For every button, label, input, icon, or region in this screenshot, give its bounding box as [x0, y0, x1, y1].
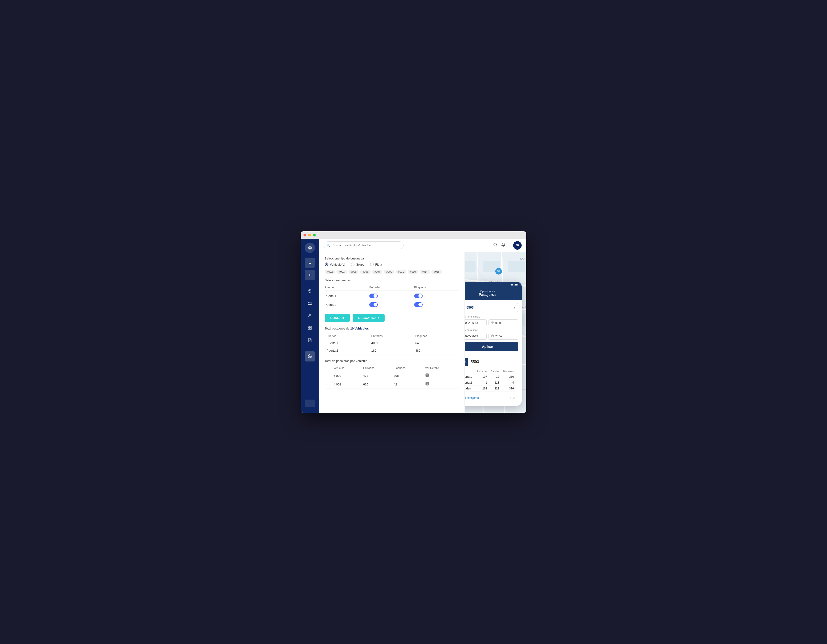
tag-002[interactable]: #002: [325, 270, 335, 274]
radio-grupo[interactable]: Grupo: [351, 262, 364, 266]
total-pasajeros-label[interactable]: Total pasajeros: [465, 396, 479, 399]
vcol-entradas: Entradas: [361, 365, 392, 371]
search-input[interactable]: [324, 242, 404, 249]
radio-flota-circle: [370, 262, 374, 266]
card-col-name: [465, 369, 474, 374]
tag-011[interactable]: #011: [396, 270, 406, 274]
mobile-header-sub: Operaciones: [480, 290, 495, 293]
tag-010[interactable]: #010: [407, 270, 418, 274]
toggle-door1-entradas[interactable]: [369, 293, 378, 298]
card-col-salidas: Salidas: [488, 369, 501, 374]
aplicar-button[interactable]: Aplicar: [465, 342, 518, 351]
buscar-button[interactable]: BUSCAR: [325, 314, 350, 322]
sidebar-item-f[interactable]: F: [305, 270, 315, 280]
vehicle-table: Vehículo Entradas Bloqueos Ver Detalle ›…: [325, 365, 459, 389]
card-vehicle-name: 5503: [471, 360, 479, 364]
tag-009[interactable]: #009: [384, 270, 394, 274]
svg-rect-0: [308, 303, 312, 305]
titlebar: [301, 231, 526, 239]
toggle-door2-entradas[interactable]: [369, 302, 378, 307]
card-door1-name: Puerta 1: [465, 374, 474, 380]
doors-section-title: Seleccione puertas: [325, 279, 459, 282]
toggle-door1-bloqueos[interactable]: [414, 293, 423, 298]
sidebar-logo[interactable]: ◎: [305, 243, 315, 253]
vehicle-card: 5503 Entradas Salidas Bloqueos: [465, 355, 518, 403]
date-initial-label: Fecha y hora inicial:: [465, 315, 518, 318]
sidebar-item-c[interactable]: C: [305, 257, 315, 268]
radio-flota[interactable]: Flota: [370, 262, 382, 266]
sidebar-item-vehicle[interactable]: [305, 298, 315, 309]
radio-grupo-circle: [351, 262, 354, 266]
sidebar-item-dashboard[interactable]: [305, 323, 315, 333]
minimize-button[interactable]: [308, 234, 311, 237]
tag-006[interactable]: #006: [360, 270, 370, 274]
date-initial-value: 2022-06-13: [465, 321, 478, 324]
expand-row-1[interactable]: ›: [326, 374, 328, 377]
door-row-1: Puerta 1: [325, 292, 459, 300]
radio-group: Vehículo(s) Grupo Flota: [325, 262, 459, 266]
topbar-right: JP: [493, 241, 522, 249]
close-button[interactable]: [303, 234, 306, 237]
svg-rect-55: [515, 284, 517, 285]
search-topbar-icon[interactable]: [493, 243, 498, 248]
tag-001[interactable]: #001: [336, 270, 347, 274]
res-col-entradas: Entradas: [370, 333, 414, 339]
mobile-header-title: Pasajeros: [479, 293, 496, 297]
tag-005[interactable]: #005: [348, 270, 359, 274]
vehicle-count: 10 Vehículos: [350, 327, 369, 330]
table-row: Puerta 1 107 12 366: [465, 374, 515, 380]
vcol-bloqueos: Bloqueos: [392, 365, 423, 371]
radio-vehiculos[interactable]: Vehículo(s): [325, 262, 345, 266]
maximize-button[interactable]: [313, 234, 316, 237]
card-col-entradas: Entradas: [474, 369, 488, 374]
bell-icon[interactable]: [501, 243, 506, 248]
doors-col-puertas: Puertas: [325, 286, 369, 289]
sidebar-divider-1: [305, 283, 315, 283]
res-puerta2-bloqueos: 489: [414, 347, 459, 354]
sidebar-item-document[interactable]: [305, 335, 315, 345]
results-title: Total pasajeros de 10 Vehículos: [325, 327, 459, 330]
descargar-button[interactable]: DESCARGAR: [353, 314, 385, 322]
v002-name: # 002: [332, 371, 361, 380]
results-header-row: Puertas Entradas Bloqueos: [325, 333, 459, 339]
sidebar-item-person[interactable]: [305, 310, 315, 321]
door1-bloqueos-toggle[interactable]: [414, 293, 459, 298]
card-table: Entradas Salidas Bloqueos Puerta 1: [465, 369, 515, 391]
svg-rect-56: [518, 284, 518, 285]
vehicle-selector[interactable]: ✓ 5503 ▾: [465, 303, 518, 312]
tag-014[interactable]: #014: [420, 270, 430, 274]
res-col-bloqueos: Bloqueos: [414, 333, 459, 339]
sidebar-collapse-button[interactable]: ›: [305, 399, 315, 407]
map-cluster-51[interactable]: 51: [495, 268, 502, 274]
time-final-input[interactable]: 23:59: [488, 333, 518, 340]
toggle-door2-bloqueos[interactable]: [414, 302, 423, 307]
search-container: 🔍: [324, 242, 404, 249]
door2-entradas-toggle[interactable]: [369, 302, 414, 307]
card-totals-bloqueos: 370: [501, 386, 515, 391]
radio-vehiculos-circle: [325, 262, 328, 266]
mobile-statusbar: 9:41: [465, 282, 522, 287]
door1-entradas-toggle[interactable]: [369, 293, 414, 298]
v001-name: # 001: [332, 380, 361, 389]
detail-icon-002[interactable]: [425, 374, 429, 378]
date-final-value: 2022-06-13: [465, 335, 478, 338]
sidebar-item-settings[interactable]: [305, 351, 315, 362]
v001-bloqueos: 42: [392, 380, 423, 389]
svg-line-12: [496, 245, 497, 246]
left-panel: Seleccione tipo de busqueda Vehículo(s) …: [319, 252, 465, 413]
date-initial-input[interactable]: 2022-06-13: [465, 320, 487, 326]
mobile-overlay: 9:41 ← Operaciones Pasajeros: [465, 282, 522, 406]
tag-015[interactable]: #015: [431, 270, 442, 274]
time-final-value: 23:59: [495, 335, 502, 338]
table-row: Puerta 1 4009 640: [325, 339, 459, 347]
time-initial-input[interactable]: 00:00: [488, 320, 518, 326]
mobile-header: ← Operaciones Pasajeros: [465, 287, 522, 300]
avatar[interactable]: JP: [513, 241, 522, 249]
detail-icon-001[interactable]: [425, 382, 429, 387]
right-panel: LA AVANZ SANTA CRUZ VILLA DEL SOCORRO LA…: [465, 252, 526, 413]
door2-bloqueos-toggle[interactable]: [414, 302, 459, 307]
tag-007[interactable]: #007: [372, 270, 382, 274]
sidebar-item-location[interactable]: [305, 286, 315, 296]
expand-row-2[interactable]: ›: [326, 383, 328, 386]
date-final-input[interactable]: 2022-06-13: [465, 333, 487, 340]
